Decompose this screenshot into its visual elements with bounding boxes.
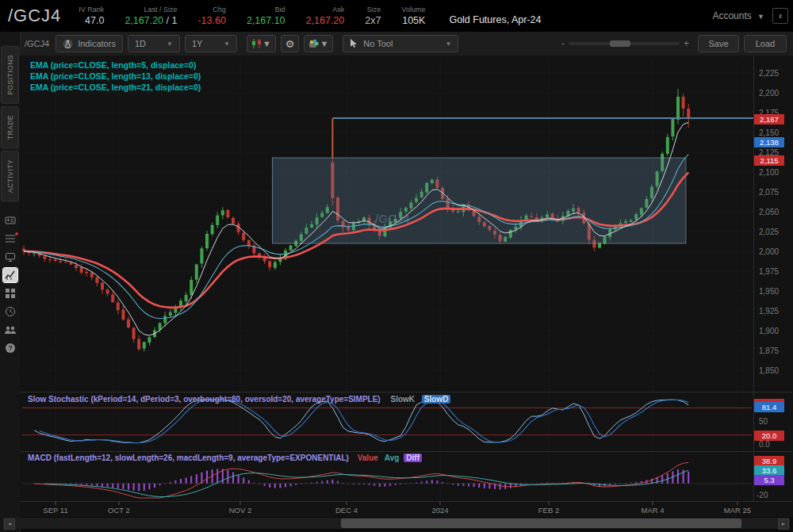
indicators-icon xyxy=(63,39,73,49)
stochastic-badge: 20.0 xyxy=(754,431,784,441)
horizontal-scrollbar[interactable]: ◄ ► xyxy=(3,518,790,529)
id-card-icon[interactable] xyxy=(3,213,17,228)
scroll-right-button[interactable]: ► xyxy=(778,519,789,530)
zoom-slider-thumb[interactable] xyxy=(610,40,630,47)
drawing-tools-dropdown[interactable]: ▼ xyxy=(304,35,333,52)
price-axis-label: 2,075 xyxy=(759,188,779,197)
help-icon[interactable]: ? xyxy=(3,341,17,355)
left-sidebar: POSITIONSTRADEACTIVITY ? xyxy=(0,32,21,532)
chart-settings-button[interactable]: ⚙ xyxy=(281,35,300,52)
time-axis-label: FEB 2 xyxy=(538,506,559,515)
accounts-label: Accounts xyxy=(712,10,751,21)
macd-badge: 5.3 xyxy=(754,475,784,485)
macd-legend-value[interactable]: Value xyxy=(358,454,378,462)
chart-toolbar: /GCJ4 Indicators 1D ▼ 1Y ▼ ▼ xyxy=(20,32,793,55)
timeframe-dropdown[interactable]: 1D ▼ xyxy=(128,35,180,52)
price-axis-label: 1,900 xyxy=(759,327,779,335)
trading-platform-window: /GCJ4 IV Rank47.0Last / Size2,167.20 / 1… xyxy=(0,0,793,532)
price-axis-label: 1,850 xyxy=(759,366,779,375)
chevron-down-icon: ▼ xyxy=(445,40,451,48)
chevron-down-icon: ▼ xyxy=(320,39,328,48)
scroll-left-button[interactable]: ◄ xyxy=(4,519,15,530)
time-axis-label: DEC 4 xyxy=(335,506,358,515)
watchlist-icon[interactable] xyxy=(3,232,17,246)
active-tool-dropdown[interactable]: No Tool ▼ xyxy=(343,35,458,52)
collapse-panel-button[interactable]: ‹ xyxy=(772,8,788,24)
indicators-label: Indicators xyxy=(78,39,116,48)
grid-icon[interactable] xyxy=(3,286,17,300)
active-tool-label: No Tool xyxy=(363,39,393,48)
drawing-rectangle xyxy=(273,158,686,243)
zoom-in-button[interactable]: + xyxy=(680,38,693,49)
price-badge: 2,115 xyxy=(754,155,784,166)
sidebar-tabs: POSITIONSTRADEACTIVITY xyxy=(0,32,20,204)
quote-field-chg: Chg-13.60 xyxy=(197,6,225,27)
quote-fields: IV Rank47.0Last / Size2,167.20 / 1Chg-13… xyxy=(79,6,446,27)
stochastic-title-text: Slow Stochastic (kPeriod=14, dPeriod=3, … xyxy=(28,395,381,404)
quote-field-ask: Ask2,167.20 xyxy=(306,6,345,27)
sidebar-tab-activity[interactable]: ACTIVITY xyxy=(1,151,19,201)
time-zoom-slider[interactable] xyxy=(569,42,680,45)
price-axis-label: 2,050 xyxy=(759,208,779,216)
price-badge: 2,167 xyxy=(754,114,784,124)
chart-icon[interactable] xyxy=(3,268,17,282)
chevron-down-icon: ▼ xyxy=(262,39,271,48)
quote-field-last-size: Last / Size2,167.20 / 1 xyxy=(125,6,177,27)
ema-legend: EMA (price=CLOSE, length=5, displace=0)E… xyxy=(30,59,201,93)
sidebar-tab-trade[interactable]: TRADE xyxy=(1,106,19,148)
sidebar-icons: ? xyxy=(0,213,20,359)
price-axis-label: 2,200 xyxy=(759,89,779,98)
price-axis-label: 2,025 xyxy=(759,228,779,236)
load-button[interactable]: Load xyxy=(744,35,787,52)
time-axis-label: OCT 2 xyxy=(108,506,130,515)
chart-background xyxy=(20,55,793,517)
gear-icon: ⚙ xyxy=(285,38,295,50)
cursor-icon xyxy=(350,39,358,48)
indicators-button[interactable]: Indicators xyxy=(56,35,123,52)
macd-title: MACD (fastLength=12, slowLength=26, macd… xyxy=(28,454,422,462)
ema-study-label[interactable]: EMA (price=CLOSE, length=21, displace=0) xyxy=(30,82,201,93)
stochastic-axis-label: 0.0 xyxy=(759,440,770,449)
quote-field-iv-rank: IV Rank47.0 xyxy=(79,6,104,27)
slowk-legend[interactable]: SlowK xyxy=(390,395,415,404)
drawing-palette-icon xyxy=(308,39,320,48)
monitor-icon[interactable] xyxy=(3,250,17,264)
toolbar-symbol: /GCJ4 xyxy=(25,39,49,48)
quote-field-volume: Volume105K xyxy=(401,6,425,27)
macd-legend-avg[interactable]: Avg xyxy=(385,454,400,462)
history-icon[interactable] xyxy=(3,304,17,319)
save-button[interactable]: Save xyxy=(698,35,739,52)
accounts-dropdown[interactable]: Accounts ▼ xyxy=(712,10,764,21)
stochastic-badge: 81.4 xyxy=(754,402,784,412)
zoom-out-button[interactable]: - xyxy=(557,38,569,49)
time-axis-label: NOV 2 xyxy=(229,506,252,515)
candlestick-style-icon xyxy=(251,39,262,48)
ema-study-label[interactable]: EMA (price=CLOSE, length=5, displace=0) xyxy=(30,59,201,71)
macd-legend-diff[interactable]: Diff xyxy=(404,454,422,462)
price-axis-label: 2,225 xyxy=(759,69,779,78)
price-axis-label: 1,975 xyxy=(759,267,779,276)
chevron-down-icon: ▼ xyxy=(167,40,173,48)
price-axis-label: 2,150 xyxy=(759,128,779,137)
macd-axis-label: -20 xyxy=(757,491,768,499)
quote-field-bid: Bid2,167.10 xyxy=(247,6,285,27)
stochastic-title: Slow Stochastic (kPeriod=14, dPeriod=3, … xyxy=(28,395,450,404)
range-value: 1Y xyxy=(192,39,202,48)
range-dropdown[interactable]: 1Y ▼ xyxy=(185,35,237,52)
sidebar-tab-positions[interactable]: POSITIONS xyxy=(1,46,19,104)
chevron-down-icon: ▼ xyxy=(757,13,764,21)
timeframe-value: 1D xyxy=(135,39,146,48)
ema-study-label[interactable]: EMA (price=CLOSE, length=13, displace=0) xyxy=(30,71,201,82)
symbol-title: /GCJ4 xyxy=(8,6,61,26)
community-icon[interactable] xyxy=(3,323,17,337)
chart-area[interactable]: /GCJ41,8501,8751,9001,9251,9501,9752,000… xyxy=(20,55,793,517)
instrument-description: Gold Futures, Apr-24 xyxy=(449,14,541,25)
quote-field-size: Size2x7 xyxy=(365,6,381,27)
chart-style-dropdown[interactable]: ▼ xyxy=(247,35,276,52)
slowd-legend[interactable]: SlowD xyxy=(422,395,451,404)
chevron-down-icon: ▼ xyxy=(224,40,230,48)
price-axis-label: 1,950 xyxy=(759,287,779,296)
price-chart[interactable]: /GCJ41,8501,8751,9001,9251,9501,9752,000… xyxy=(20,55,793,517)
quote-header: /GCJ4 IV Rank47.0Last / Size2,167.20 / 1… xyxy=(0,0,793,32)
scrollbar-thumb[interactable] xyxy=(341,519,741,528)
